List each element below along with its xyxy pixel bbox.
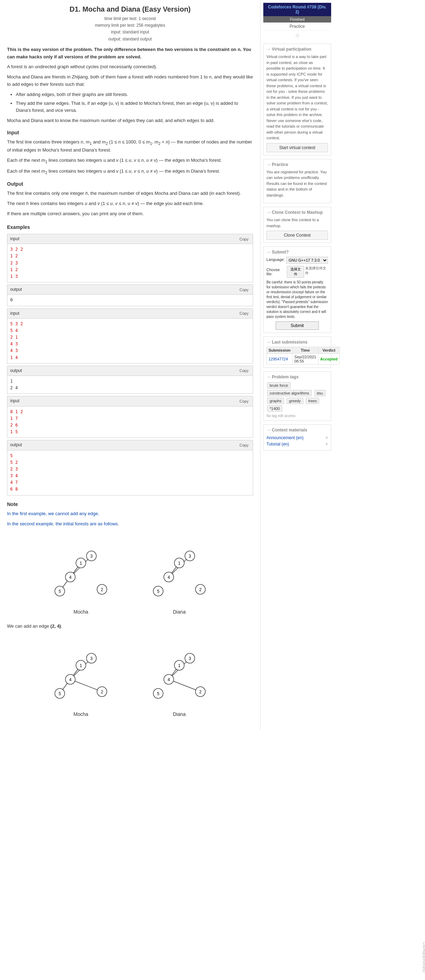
example2-output-block: output Copy 1 2 4 [7, 366, 253, 394]
announcement-link[interactable]: Announcement (en) [266, 435, 303, 440]
contest-materials-title: → Contest materials [266, 428, 328, 433]
problem-title: D1. Mocha and Diana (Easy Version) [7, 5, 253, 13]
tag-rating[interactable]: *1400 [267, 406, 282, 412]
virtual-participation-title: → Virtual participation [266, 47, 328, 52]
submit-button[interactable]: Submit [275, 321, 319, 330]
example1-output-copy[interactable]: Copy [238, 287, 250, 292]
time-limit: time limit per test: 1 second [7, 16, 253, 22]
tag-graphs[interactable]: graphs [267, 398, 284, 404]
output-type: output: standard output [7, 36, 253, 43]
contest-materials-section: → Contest materials Announcement (en) × … [263, 425, 331, 450]
example1-input-body: 3 2 2 1 2 2 3 1 2 1 3 [7, 244, 253, 282]
svg-text:1: 1 [80, 663, 82, 668]
example2-output-copy[interactable]: Copy [238, 368, 250, 373]
last-submissions-section: → Last submissions Submission Time Verdi… [263, 337, 331, 368]
svg-text:4: 4 [168, 677, 170, 682]
problem-tags-title: → Problem tags [266, 374, 328, 379]
add-edge-note: We can add an edge (2, 4). [7, 623, 253, 630]
example3-input-header: input Copy [7, 396, 253, 406]
tags-arrow-icon: → [266, 374, 271, 379]
language-select[interactable]: GNU G++17 7.3.0 [286, 257, 328, 264]
sidebar-star-icon[interactable]: ☆ [263, 30, 331, 40]
submit-section-title: → Submit? [266, 250, 328, 255]
graph-diagram-2: 4 3 1 5 2 Mocha [7, 637, 253, 718]
problem-tags-section: → Problem tags brute force constructive … [263, 371, 331, 421]
memory-limit: memory limit per test: 256 megabytes [7, 22, 253, 29]
clone-contest-title: → Clone Contest to Mashup [266, 210, 328, 215]
clone-contest-button[interactable]: Clone Contest [266, 231, 328, 240]
example1-input-header: input Copy [7, 234, 253, 244]
tag-greedy[interactable]: greedy [287, 398, 303, 404]
submit-warning: Be careful: there is 50 points penalty f… [266, 280, 328, 319]
svg-text:2: 2 [101, 690, 103, 694]
tutorial-close-icon[interactable]: × [326, 442, 328, 447]
sidebar-practice-link[interactable]: Practice [263, 22, 331, 30]
example3-output-header: output Copy [7, 440, 253, 450]
diana-label-2: Diana [144, 710, 215, 718]
example1-input-block: input Copy 3 2 2 1 2 2 3 1 2 1 3 [7, 234, 253, 282]
example3-input-label: input [10, 398, 19, 404]
materials-arrow-icon: → [266, 428, 271, 433]
example1-output-body: 0 [7, 295, 253, 305]
language-label: Language: [266, 258, 285, 262]
example2-input-label: input [10, 310, 19, 317]
no-tag-edit: No tag edit access [266, 414, 328, 418]
diana-graph-1: 4 3 1 5 2 Diana [144, 535, 215, 616]
note-line2: In the second example, the initial fores… [7, 520, 253, 528]
mocha-graph-1: 4 3 1 5 2 Mocha [46, 535, 116, 616]
example2-input-body: 5 3 2 5 4 2 1 4 3 4 3 1 4 [7, 318, 253, 363]
note-title: Note [7, 500, 253, 508]
example1-output-label: output [10, 286, 22, 293]
tag-constructive[interactable]: constructive algorithms [267, 390, 312, 396]
svg-text:5: 5 [157, 589, 159, 594]
tag-brute-force[interactable]: brute force [267, 382, 291, 388]
choose-file-button[interactable]: 选择文件 [287, 266, 304, 278]
tag-dsu[interactable]: dsu [314, 390, 326, 396]
output-para1: The first line contains only one integer… [7, 190, 253, 197]
practice-section-title: → Practice [266, 162, 328, 167]
example2-output-body: 1 2 4 [7, 376, 253, 393]
problem-meta: time limit per test: 1 second memory lim… [7, 16, 253, 43]
example2-input-header: input Copy [7, 309, 253, 318]
svg-text:4: 4 [69, 677, 72, 682]
svg-text:5: 5 [59, 691, 61, 696]
svg-text:1: 1 [80, 561, 82, 566]
tag-trees[interactable]: trees [306, 398, 319, 404]
submission-id[interactable]: 129547724 [267, 354, 293, 364]
start-virtual-contest-button[interactable]: Start virtual contest [266, 143, 328, 152]
example3-input-copy[interactable]: Copy [238, 399, 250, 404]
example3-output-block: output Copy 5 5 2 2 3 3 4 4 7 6 8 [7, 440, 253, 495]
example3-output-copy[interactable]: Copy [238, 443, 250, 448]
svg-text:2: 2 [199, 587, 202, 592]
submission-verdict: Accepted [318, 354, 339, 364]
examples-title: Examples [7, 223, 253, 231]
sub-col-time: Time [293, 347, 318, 354]
bullet-2: They add the same edges. That is, if an … [16, 100, 253, 115]
no-file-text: 未选择任何文件 [305, 266, 328, 278]
para1: A forest is an undirected graph without … [7, 63, 253, 71]
clone-arrow-icon: → [266, 210, 271, 215]
note-line1: In the first example, we cannot add any … [7, 510, 253, 518]
para2: Mocha and Diana are friends in Zhijiang,… [7, 73, 253, 88]
tutorial-link[interactable]: Tutorial (en) [266, 442, 289, 447]
example3-output-label: output [10, 442, 22, 448]
example1-input-label: input [10, 235, 19, 242]
announcement-close-icon[interactable]: × [326, 435, 328, 440]
example2-input-block: input Copy 5 3 2 5 4 2 1 4 3 4 3 1 4 [7, 309, 253, 364]
example2-output-header: output Copy [7, 366, 253, 376]
input-section-title: Input [7, 129, 253, 137]
input-para3: Each of the next m2 lines contains two i… [7, 168, 253, 176]
sub-col-submission: Submission [267, 347, 293, 354]
material-item-announcement: Announcement (en) × [266, 434, 328, 441]
last-sub-arrow-icon: → [266, 340, 271, 345]
output-section-title: Output [7, 180, 253, 188]
svg-text:3: 3 [189, 656, 191, 661]
example2-input-copy[interactable]: Copy [238, 311, 250, 316]
add-edge-value: (2, 4) [50, 624, 61, 629]
mocha-label-2: Mocha [46, 710, 116, 718]
output-para3: If there are multiple correct answers, y… [7, 210, 253, 218]
virtual-participation-text: Virtual contest is a way to take part in… [266, 54, 328, 141]
input-type: input: standard input [7, 29, 253, 35]
example1-input-copy[interactable]: Copy [238, 237, 250, 242]
problem-intro: This is the easy version of the problem.… [7, 46, 253, 61]
